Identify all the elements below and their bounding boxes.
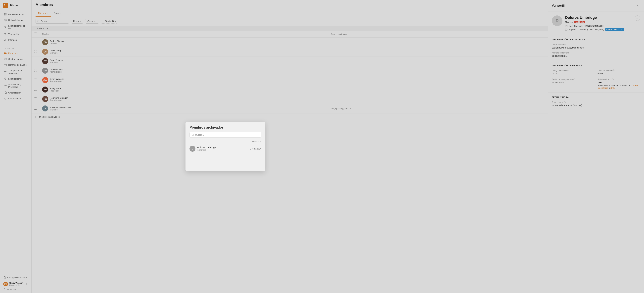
modal-search-icon [192, 134, 194, 136]
modal-search-box[interactable] [190, 132, 261, 138]
archived-avatar: D [190, 146, 196, 152]
svg-point-18 [192, 134, 194, 136]
archived-member-status: Archivado [197, 149, 248, 151]
modal-title: Miembros archivados [190, 126, 261, 130]
archived-members-modal: Miembros archivados Archivado el D Dolor… [186, 122, 265, 172]
archived-col-header: Archivado el [250, 140, 261, 143]
modal-search-input[interactable] [195, 134, 259, 136]
modal-overlay[interactable] [0, 0, 644, 293]
archived-member-name: Dolores Umbridge [197, 146, 248, 149]
modal-table-header: Archivado el [190, 140, 261, 144]
archived-member-info: Dolores Umbridge Archivado [197, 146, 248, 151]
archived-member-date: 3 May 2024 [250, 148, 261, 150]
archived-members-list: D Dolores Umbridge Archivado 3 May 2024 [190, 144, 261, 153]
modal-member-row[interactable]: D Dolores Umbridge Archivado 3 May 2024 [190, 144, 261, 153]
